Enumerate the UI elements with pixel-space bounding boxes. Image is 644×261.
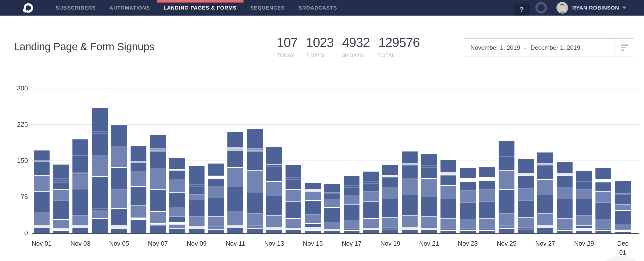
bar-segment: [499, 157, 514, 170]
stat-value: 129576: [378, 35, 420, 50]
bar-nov-03[interactable]: [72, 139, 88, 233]
bar-segment: [557, 176, 573, 186]
bar-segment: [305, 223, 321, 227]
x-tick-label-nov-09: Nov 09: [180, 239, 213, 248]
app-root: SUBSCRIBERSAUTOMATIONSLANDING PAGES & FO…: [0, 0, 644, 261]
bar-nov-28[interactable]: [557, 162, 573, 233]
bar-segment: [421, 197, 437, 216]
bar-nov-08[interactable]: [169, 158, 185, 233]
y-tick-label-300: 300: [8, 84, 28, 92]
bar-segment: [363, 201, 379, 218]
bar-segment: [499, 170, 514, 189]
bar-segment: [150, 226, 166, 233]
nav-item-subscribers[interactable]: SUBSCRIBERS: [49, 0, 103, 16]
bar-nov-16[interactable]: [324, 184, 340, 233]
bar-nov-11[interactable]: [227, 132, 243, 233]
bar-segment: [92, 210, 108, 219]
bar-segment: [479, 180, 495, 189]
bar-segment: [169, 192, 185, 207]
bar-nov-05[interactable]: [111, 124, 127, 233]
convertkit-logo-icon[interactable]: [18, 2, 38, 14]
bar-segment: [460, 168, 476, 178]
bar-segment: [518, 159, 534, 173]
bar-segment: [402, 151, 418, 163]
bar-nov-22[interactable]: [440, 160, 456, 233]
bar-nov-18[interactable]: [363, 171, 379, 233]
bar-segment: [499, 228, 514, 233]
bar-nov-12[interactable]: [247, 129, 263, 233]
bar-nov-26[interactable]: [518, 159, 534, 233]
bar-segment: [227, 167, 243, 187]
bar-nov-15[interactable]: [305, 182, 321, 233]
bar-segment: [363, 230, 379, 233]
x-axis-line: [32, 233, 639, 234]
bar-segment: [576, 171, 592, 181]
chat-widget[interactable]: [592, 256, 644, 261]
bar-segment: [479, 166, 495, 177]
bar-nov-19[interactable]: [382, 164, 398, 233]
bar-segment: [34, 175, 50, 191]
filter-icon: [621, 44, 628, 51]
bar-segment: [266, 146, 282, 164]
bar-nov-29[interactable]: [576, 171, 592, 233]
bar-segment: [576, 182, 592, 189]
bar-segment: [189, 228, 205, 233]
bar-nov-07[interactable]: [150, 134, 166, 233]
x-tick-label-nov-21: Nov 21: [413, 239, 446, 248]
bar-nov-02[interactable]: [53, 164, 69, 233]
x-tick-label-nov-03: Nov 03: [64, 239, 97, 248]
bar-segment: [131, 205, 146, 218]
bar-nov-06[interactable]: [131, 145, 146, 233]
bar-segment: [499, 140, 514, 155]
bar-nov-25[interactable]: [499, 140, 514, 233]
bar-segment: [363, 184, 379, 191]
bar-segment: [72, 216, 88, 225]
bar-nov-04[interactable]: [92, 108, 108, 233]
signup-stats: 107TODAY10237 DAYS493230 DAYS129576TOTAL: [277, 35, 428, 58]
bar-segment: [53, 189, 69, 200]
bar-nov-09[interactable]: [189, 166, 205, 233]
bar-nov-24[interactable]: [479, 166, 495, 233]
bar-nov-10[interactable]: [208, 163, 224, 233]
bar-nov-23[interactable]: [460, 168, 476, 233]
y-tick-label-150: 150: [8, 157, 28, 165]
bar-dec-01[interactable]: [615, 181, 631, 233]
x-tick-label-nov-27: Nov 27: [529, 239, 562, 248]
nav-item-sequences[interactable]: SEQUENCES: [244, 0, 292, 16]
x-tick-label-nov-07: Nov 07: [142, 239, 174, 248]
bar-segment: [169, 228, 185, 233]
bar-nov-20[interactable]: [402, 151, 418, 233]
bar-nov-27[interactable]: [537, 152, 553, 233]
bar-segment: [382, 164, 398, 175]
nav-item-landing-pages-forms[interactable]: LANDING PAGES & FORMS: [157, 0, 243, 16]
bar-nov-30[interactable]: [595, 168, 611, 233]
notification-ring-icon[interactable]: [535, 2, 547, 14]
bar-nov-21[interactable]: [421, 153, 437, 233]
bar-segment: [421, 230, 437, 233]
bar-nov-13[interactable]: [266, 146, 282, 233]
bar-nov-14[interactable]: [286, 164, 301, 233]
bar-segment: [189, 217, 205, 226]
bar-segment: [576, 199, 592, 216]
nav-item-automations[interactable]: AUTOMATIONS: [103, 0, 157, 16]
bar-segment: [189, 200, 205, 217]
bar-nov-01[interactable]: [34, 150, 50, 233]
bar-segment: [266, 167, 282, 181]
bar-nov-17[interactable]: [344, 176, 359, 233]
date-range-picker[interactable]: November 1, 2019 – December 1, 2019: [464, 38, 634, 57]
bar-segment: [247, 192, 263, 214]
bar-segment: [382, 178, 398, 187]
nav-item-broadcasts[interactable]: BROADCASTS: [292, 0, 344, 16]
bar-segment: [150, 134, 166, 148]
help-button[interactable]: ?: [514, 4, 530, 16]
gridline-300: [32, 88, 639, 88]
bar-segment: [111, 189, 127, 208]
user-menu[interactable]: RYAN ROBINSON: [572, 5, 619, 11]
bar-segment: [576, 231, 592, 233]
chevron-down-icon[interactable]: [622, 7, 626, 9]
bar-segment: [34, 212, 50, 225]
stat-total: 129576TOTAL: [378, 35, 420, 58]
avatar[interactable]: [556, 2, 568, 14]
bar-segment: [150, 189, 166, 211]
date-filter-button[interactable]: [616, 39, 634, 57]
